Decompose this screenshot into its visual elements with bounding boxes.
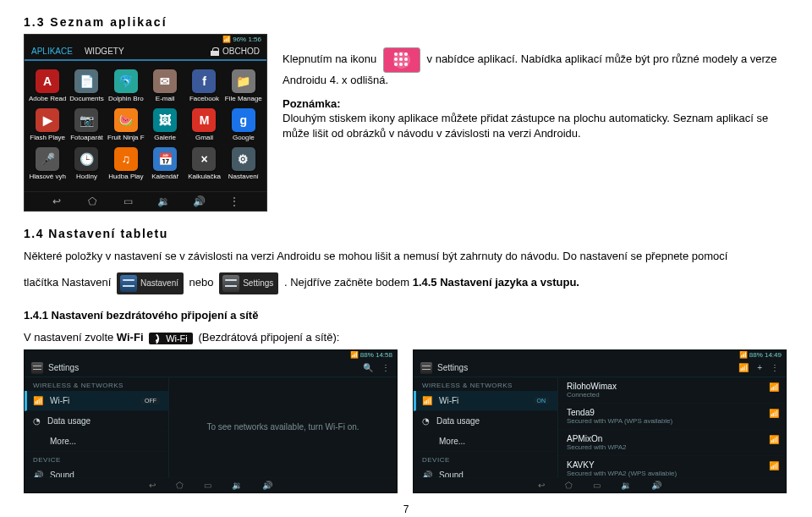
- nastaveni-chip-label: Nastavení: [140, 278, 178, 289]
- nav-back-icon[interactable]: ↩: [149, 481, 156, 490]
- shop-link[interactable]: OBCHOD: [211, 47, 260, 56]
- networks-list: RilohoWimaxConnected📶Tenda9Secured with …: [558, 377, 786, 477]
- nav-home-icon[interactable]: ⬠: [176, 481, 184, 490]
- heading-1-4-1: 1.4.1 Nastavení bezdrátového připojení a…: [24, 308, 788, 323]
- app-icon: 📁: [232, 69, 255, 93]
- text-bold-145: 1.4.5 Nastavení jazyka a vstupu.: [413, 276, 579, 289]
- app-label: Nastavení: [228, 173, 259, 181]
- wifi-toggle-on[interactable]: ON: [534, 397, 550, 404]
- wifi-item-icon: 📶: [422, 396, 432, 405]
- nav-vol-up-icon[interactable]: 🔊: [262, 481, 272, 490]
- data-icon: ◔: [422, 416, 430, 426]
- wifi-chip-label: Wi-Fi: [166, 333, 188, 344]
- sidebar-item-more[interactable]: More...: [25, 432, 168, 452]
- app-cell[interactable]: 📁File Manage: [224, 69, 263, 103]
- sliders-icon: [120, 275, 137, 292]
- app-icon: f: [192, 69, 216, 93]
- sound-icon: 🔊: [33, 470, 43, 477]
- android-navbar: ↩ ⬠ ▭ 🔉 🔊 ⋮: [25, 191, 266, 207]
- app-label: Gmail: [195, 134, 213, 142]
- app-label: Kalkulačka: [188, 173, 221, 181]
- nav-home-icon[interactable]: ⬠: [565, 481, 573, 490]
- note-block: Poznámka: Dlouhým stiskem ikony aplikace…: [283, 96, 788, 141]
- app-label: Documents: [69, 95, 103, 103]
- sidebar-item-sound[interactable]: 🔊 Sound: [25, 465, 168, 477]
- cat-wireless: WIRELESS & NETWORKS: [414, 377, 557, 391]
- network-subtext: Secured with WPA2 (WPS available): [567, 470, 777, 477]
- app-cell[interactable]: 🍉Fruit Ninja F: [107, 108, 145, 142]
- network-item[interactable]: RilohoWimaxConnected📶: [558, 377, 786, 404]
- app-cell[interactable]: ▶Flash Playe: [28, 108, 67, 142]
- shop-label: OBCHOD: [222, 47, 260, 56]
- app-cell[interactable]: 🕒Hodiny: [67, 147, 106, 181]
- nav-vol-down-icon[interactable]: 🔉: [156, 195, 170, 207]
- nav-recent-icon[interactable]: ▭: [204, 481, 211, 490]
- app-icon: 📄: [74, 69, 98, 93]
- nav-recent-icon[interactable]: ▭: [593, 481, 601, 490]
- network-subtext: Secured with WPA (WPS available): [567, 417, 777, 425]
- app-cell[interactable]: gGoogle: [224, 108, 263, 142]
- nav-vol-up-icon[interactable]: 🔊: [651, 481, 661, 490]
- search-icon[interactable]: 🔍: [363, 363, 373, 372]
- app-cell[interactable]: 📅Kalendář: [145, 147, 184, 181]
- app-cell[interactable]: ⚙Nastavení: [224, 147, 263, 181]
- sidebar-item-data-usage[interactable]: ◔ Data usage: [414, 411, 557, 432]
- app-cell[interactable]: fFacebook: [184, 69, 223, 103]
- app-grid: AAdobe Read📄Documents🐬Dolphin Bro✉E-mail…: [25, 61, 266, 186]
- network-item[interactable]: APMixOnSecured with WPA2📶: [558, 430, 786, 456]
- sidebar-item-wifi[interactable]: 📶 Wi-Fi ON: [414, 391, 557, 411]
- wifi-bold: Wi-Fi: [117, 331, 144, 344]
- note-title: Poznámka:: [283, 97, 341, 110]
- app-icon: 🕒: [74, 147, 98, 171]
- app-label: Dolphin Bro: [108, 95, 144, 103]
- app-cell[interactable]: ×Kalkulačka: [184, 147, 223, 181]
- nav-vol-down-icon[interactable]: 🔉: [232, 481, 242, 490]
- sidebar-item-sound[interactable]: 🔊 Sound: [414, 465, 557, 477]
- row-apps-and-text: 📶 96% 1:56 APLIKACE WIDGETY OBCHOD AAdob…: [24, 34, 788, 212]
- nav-recent-icon[interactable]: ▭: [121, 195, 134, 207]
- tab-aplikace[interactable]: APLIKACE: [31, 47, 73, 56]
- nav-back-icon[interactable]: ↩: [538, 481, 545, 490]
- ss-on-status: 📶 88% 14:49: [414, 350, 786, 360]
- sound-label: Sound: [50, 470, 74, 477]
- menu-icon[interactable]: ⋮: [771, 363, 779, 372]
- cat-wireless: WIRELESS & NETWORKS: [25, 377, 168, 391]
- app-icon: A: [36, 69, 59, 93]
- para-1-3a: Klepnutím na ikonu v nabídce aplikací. N…: [283, 47, 788, 88]
- text-v-nastaveni: V nastavení zvolte: [24, 331, 117, 344]
- sidebar-item-more[interactable]: More...: [414, 432, 557, 452]
- app-label: Hodiny: [76, 173, 97, 181]
- app-cell[interactable]: 📄Documents: [67, 69, 106, 103]
- app-cell[interactable]: ✉E-mail: [145, 69, 184, 103]
- nav-back-icon[interactable]: ↩: [50, 195, 63, 207]
- app-label: E-mail: [156, 95, 175, 103]
- app-cell[interactable]: AAdobe Read: [28, 69, 67, 103]
- nav-vol-down-icon[interactable]: 🔉: [621, 481, 631, 490]
- nav-home-icon[interactable]: ⬠: [85, 195, 99, 207]
- app-label: Google: [233, 134, 255, 142]
- signal-icon: 📶: [769, 461, 779, 470]
- tab-widgety[interactable]: WIDGETY: [85, 47, 124, 56]
- app-cell[interactable]: 🖼Galerie: [145, 108, 184, 142]
- nav-vol-up-icon[interactable]: 🔊: [192, 195, 206, 207]
- app-label: Facebook: [189, 95, 219, 103]
- wifi-toggle-off[interactable]: OFF: [141, 397, 160, 404]
- app-cell[interactable]: MGmail: [184, 108, 223, 142]
- network-item[interactable]: Tenda9Secured with WPA (WPS available)📶: [558, 404, 786, 430]
- para-1-4: Některé položky v nastavení se v závislo…: [24, 249, 788, 264]
- app-cell[interactable]: 🐬Dolphin Bro: [107, 69, 145, 103]
- app-cell[interactable]: ♫Hudba Play: [107, 147, 145, 181]
- app-label: Hlasové vyh: [29, 173, 66, 181]
- text-column: Klepnutím na ikonu v nabídce aplikací. N…: [283, 34, 788, 149]
- network-item[interactable]: KAVKYSecured with WPA2 (WPS available)📶: [558, 456, 786, 477]
- sidebar-item-data-usage[interactable]: ◔ Data usage: [25, 411, 168, 432]
- menu-icon[interactable]: ⋮: [381, 363, 390, 372]
- sidebar-item-wifi[interactable]: 📶 Wi-Fi OFF: [25, 391, 168, 411]
- network-name: RilohoWimax: [567, 382, 777, 391]
- app-cell[interactable]: 🎤Hlasové vyh: [28, 147, 67, 181]
- app-cell[interactable]: 📷Fotoaparát: [67, 108, 106, 142]
- apps-button-icon: [383, 47, 420, 73]
- add-network-icon[interactable]: +: [757, 363, 762, 372]
- scan-icon[interactable]: 📶: [738, 363, 749, 372]
- nav-extra-icon[interactable]: ⋮: [228, 195, 241, 207]
